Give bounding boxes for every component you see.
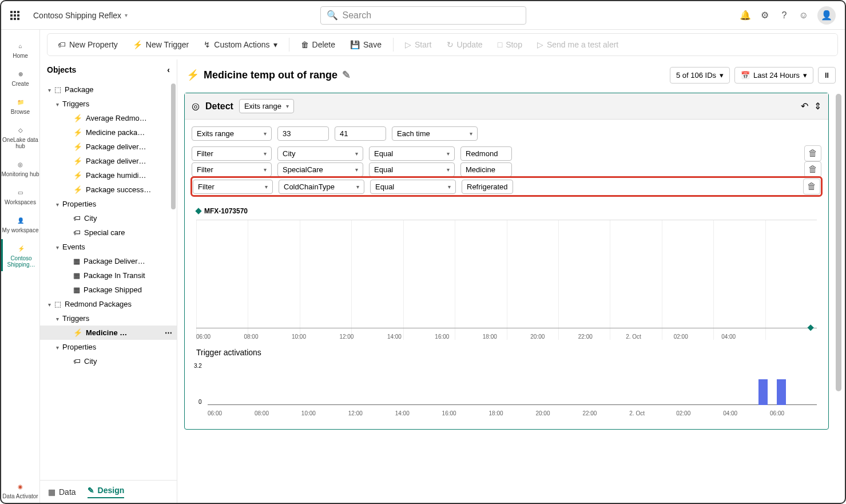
delete-filter-button[interactable]: 🗑 <box>803 178 820 195</box>
filter-value-field[interactable]: Refrigerated <box>462 180 513 194</box>
range-min-field[interactable]: 33 <box>277 126 329 141</box>
tree-node[interactable]: ⚡Medicine packa… <box>40 125 177 140</box>
pause-button[interactable]: ⏸ <box>818 67 836 84</box>
expand-icon[interactable]: ⇕ <box>814 101 821 112</box>
canvas: ⚡ Medicine temp out of range ✎ 5 of 106 … <box>177 59 845 503</box>
tree-label: Package success… <box>86 185 172 194</box>
tab-design[interactable]: ✎ Design <box>88 486 125 498</box>
chevron-down-icon <box>56 200 59 208</box>
tree-node[interactable]: 🏷City <box>40 211 177 225</box>
bolt-icon: ⚡ <box>73 171 82 180</box>
app-title[interactable]: Contoso Shipping Reflex ▾ <box>33 11 128 20</box>
range-max-field[interactable]: 41 <box>335 126 386 141</box>
update-button[interactable]: ↻ Update <box>441 37 488 53</box>
cube-icon: ⬚ <box>54 85 61 94</box>
rail-onelake[interactable]: ◇OneLake data hub <box>1 121 39 153</box>
filter-value-field[interactable]: Medicine <box>460 162 512 177</box>
tree-node[interactable]: ⚡Package deliver… <box>40 140 177 154</box>
rail-home[interactable]: ⌂Home <box>1 37 39 62</box>
avatar[interactable]: 👤 <box>817 6 836 25</box>
tree-node[interactable]: Events <box>40 240 177 254</box>
grid-icon: ▦ <box>73 285 80 294</box>
rail-data-activator[interactable]: ◉Data Activator <box>1 477 39 503</box>
tree-node[interactable]: ▦Package Deliver… <box>40 254 177 268</box>
time-range-dropdown[interactable]: 📅 Last 24 Hours ▾ <box>734 67 813 84</box>
waffle-icon[interactable] <box>10 11 19 20</box>
filter-op-dropdown[interactable]: Equal <box>369 146 455 161</box>
tree-label: Triggers <box>62 314 172 323</box>
tree-node[interactable]: Triggers <box>40 311 177 326</box>
feedback-icon[interactable]: ☺ <box>798 10 809 21</box>
filter-field-dropdown[interactable]: ColdChainType <box>279 180 364 194</box>
activation-bar <box>758 379 768 405</box>
search-input[interactable]: 🔍 Search <box>320 6 526 25</box>
detect-card: ◎ Detect Exits range ↶ ⇕ Exits range <box>184 93 829 430</box>
tree-scrollbar[interactable] <box>171 84 176 381</box>
edit-title-icon[interactable]: ✎ <box>342 69 351 81</box>
chevron-down-icon <box>48 85 51 94</box>
filter-value-field[interactable]: Redmond <box>460 146 512 161</box>
legend-id: MFX-1073570 <box>204 207 248 215</box>
tree-node[interactable]: ▦Package In Transit <box>40 268 177 283</box>
filter-type-dropdown[interactable]: Filter <box>193 180 273 194</box>
rail-monitoring[interactable]: ◎Monitoring hub <box>1 155 39 181</box>
left-rail: ⌂Home ⊕Create 📁Browse ◇OneLake data hub … <box>1 30 40 503</box>
custom-actions-button[interactable]: ↯ Custom Actions ▾ <box>198 37 283 53</box>
tree-node[interactable]: Properties <box>40 197 177 211</box>
tree-label: Package Shipped <box>84 285 172 294</box>
filter-type-dropdown[interactable]: Filter <box>192 146 272 161</box>
tree-label: Properties <box>62 200 172 208</box>
rail-create[interactable]: ⊕Create <box>1 65 39 90</box>
rail-contoso-shipping[interactable]: ⚡Contoso Shipping… <box>1 239 39 271</box>
new-trigger-button[interactable]: ⚡ New Trigger <box>127 37 194 53</box>
tree-node[interactable]: ⚡Package humidi… <box>40 168 177 182</box>
tree-node[interactable]: ⬚Redmond Packages <box>40 297 177 311</box>
filter-row: FilterSpecialCareEqualMedicine🗑 <box>192 161 821 177</box>
help-icon[interactable]: ? <box>779 10 790 21</box>
range-type-dropdown[interactable]: Exits range <box>192 126 272 141</box>
collapse-panel-icon[interactable]: ‹ <box>167 65 170 74</box>
delete-filter-button[interactable]: 🗑 <box>804 161 821 177</box>
save-button[interactable]: 💾 Save <box>344 37 387 53</box>
tree-node[interactable]: Properties <box>40 340 177 354</box>
tree-label: Medicine packa… <box>86 128 172 137</box>
bolt-icon: ⚡ <box>73 128 82 137</box>
filter-op-dropdown[interactable]: Equal <box>370 180 456 194</box>
chevron-down-icon <box>56 100 59 108</box>
test-alert-button[interactable]: ▷ Send me a test alert <box>531 37 624 53</box>
delete-button[interactable]: 🗑 Delete <box>295 37 341 53</box>
rail-my-workspace[interactable]: 👤My workspace <box>1 211 39 237</box>
rail-browse[interactable]: 📁Browse <box>1 93 39 118</box>
tree-node[interactable]: ⚡Package success… <box>40 182 177 197</box>
undo-icon[interactable]: ↶ <box>801 101 808 112</box>
tree-node[interactable]: ⚡Medicine …⋯ <box>40 326 177 340</box>
settings-icon[interactable]: ⚙ <box>759 10 770 21</box>
ids-dropdown[interactable]: 5 of 106 IDs ▾ <box>670 67 730 84</box>
start-button[interactable]: ▷ Start <box>399 37 438 53</box>
tab-data[interactable]: ▦ Data <box>48 487 76 497</box>
new-property-button[interactable]: 🏷 New Property <box>52 37 124 53</box>
bolt-icon: ⚡ <box>73 114 82 122</box>
notification-icon[interactable]: 🔔 <box>740 10 751 21</box>
tree-node[interactable]: ⚡Average Redmo… <box>40 111 177 125</box>
toolbar: 🏷 New Property ⚡ New Trigger ↯ Custom Ac… <box>40 30 845 59</box>
tree-node[interactable]: ⚡Package deliver… <box>40 154 177 168</box>
tree-node[interactable]: Triggers <box>40 97 177 111</box>
delete-filter-button[interactable]: 🗑 <box>804 145 821 161</box>
tree-node[interactable]: 🏷City <box>40 354 177 368</box>
filter-field-dropdown[interactable]: City <box>277 146 363 161</box>
rail-workspaces[interactable]: ▭Workspaces <box>1 183 39 209</box>
tree-node[interactable]: 🏷Special care <box>40 225 177 240</box>
tree-node[interactable]: ⬚Package <box>40 82 177 97</box>
filter-op-dropdown[interactable]: Equal <box>369 162 455 177</box>
objects-tree: ⬚PackageTriggers⚡Average Redmo…⚡Medicine… <box>40 80 177 480</box>
filter-field-dropdown[interactable]: SpecialCare <box>277 162 363 177</box>
y-axis-zero: 0 <box>198 399 202 405</box>
canvas-scrollbar[interactable] <box>836 94 841 504</box>
range-when-dropdown[interactable]: Each time <box>392 126 478 141</box>
stop-button[interactable]: □ Stop <box>492 37 528 53</box>
detect-label: Detect <box>205 101 233 112</box>
filter-type-dropdown[interactable]: Filter <box>192 162 272 177</box>
tree-node[interactable]: ▦Package Shipped <box>40 283 177 297</box>
detect-mode-dropdown[interactable]: Exits range <box>239 99 294 113</box>
